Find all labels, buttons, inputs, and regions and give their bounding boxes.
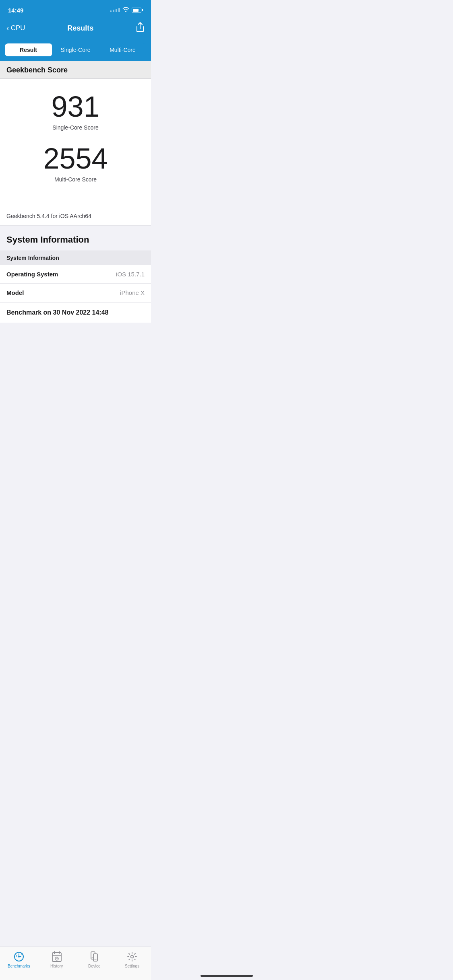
system-info-header: System Information <box>0 226 151 251</box>
single-core-label: Single-Core Score <box>52 124 98 131</box>
system-info-sub-header: System Information <box>0 251 151 265</box>
multi-core-score: 2554 <box>43 143 108 175</box>
model-value: iPhone X <box>120 289 145 296</box>
signal-icon <box>110 8 120 12</box>
segment-single-core[interactable]: Single-Core <box>52 43 99 56</box>
system-info-title: System Information <box>6 235 89 245</box>
content-area: Geekbench Score 931 Single-Core Score 25… <box>0 61 151 356</box>
share-button[interactable] <box>136 22 145 34</box>
segment-bar: Result Single-Core Multi-Core <box>0 40 151 61</box>
benchmark-date-text: Benchmark on 30 Nov 2022 14:48 <box>6 309 108 316</box>
back-label: CPU <box>11 24 25 32</box>
status-bar: 14:49 <box>0 0 151 18</box>
battery-icon <box>132 8 143 12</box>
page-title: Results <box>67 24 93 33</box>
single-core-score: 931 <box>51 91 99 123</box>
segment-control: Result Single-Core Multi-Core <box>5 43 146 56</box>
nav-bar: ‹ CPU Results <box>0 18 151 40</box>
wifi-icon <box>122 7 129 13</box>
segment-multi-core[interactable]: Multi-Core <box>99 43 146 56</box>
benchmark-date-row: Benchmark on 30 Nov 2022 14:48 <box>0 302 151 323</box>
system-info-sub-title: System Information <box>6 255 59 261</box>
status-time: 14:49 <box>8 7 23 14</box>
model-label: Model <box>6 289 120 296</box>
os-label: Operating System <box>6 271 116 278</box>
back-button[interactable]: ‹ CPU <box>6 24 25 33</box>
version-row: Geekbench 5.4.4 for iOS AArch64 <box>0 207 151 226</box>
model-row: Model iPhone X <box>0 284 151 302</box>
scores-header-text: Geekbench Score <box>6 66 68 74</box>
os-value: iOS 15.7.1 <box>116 271 145 278</box>
multi-core-label: Multi-Core Score <box>54 176 97 183</box>
scores-section-header: Geekbench Score <box>0 61 151 79</box>
chevron-left-icon: ‹ <box>6 23 9 33</box>
os-row: Operating System iOS 15.7.1 <box>0 265 151 284</box>
version-text: Geekbench 5.4.4 for iOS AArch64 <box>6 213 91 219</box>
segment-result[interactable]: Result <box>5 43 52 56</box>
status-icons <box>110 7 143 13</box>
score-area: 931 Single-Core Score 2554 Multi-Core Sc… <box>0 79 151 207</box>
